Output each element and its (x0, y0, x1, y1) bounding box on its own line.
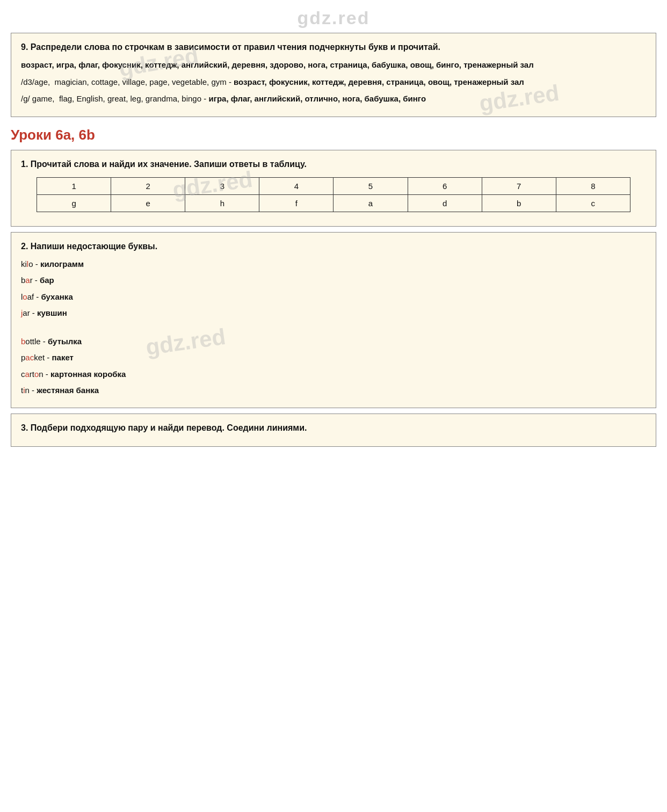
table-answer-3: h (185, 194, 259, 212)
task2-title: 2. Напиши недостающие буквы. (21, 240, 646, 253)
vocab-tin: tin - жестяная банка (21, 383, 646, 397)
section-9-line2-answers: игра, флаг, английский, отлично, нога, б… (208, 94, 426, 103)
table-answer-8: c (556, 194, 630, 212)
section-9-title: 9. Распредели слова по строчкам в зависи… (21, 41, 646, 54)
table-header-row: 1 2 3 4 5 6 7 8 (37, 177, 630, 194)
vocab-carton-trans: картонная коробка (50, 369, 126, 379)
section-9-line1: /d3/age, magician, cottage, village, pag… (21, 75, 646, 89)
task2-box: gdz.red gdz.red 2. Напиши недостающие бу… (11, 232, 656, 408)
vocab-bar: bar - бар (21, 273, 646, 287)
vocab-tin-red: i (23, 386, 25, 395)
vocab-loaf-trans: буханка (41, 292, 73, 301)
table-header-3: 3 (185, 177, 259, 194)
vocab-loaf-red: o (23, 292, 27, 301)
lesson-heading: Уроки 6а, 6b (11, 127, 656, 143)
vocab-bottle-trans: бутылка (48, 337, 82, 346)
vocab-bar-trans: бар (40, 276, 54, 285)
table-header-2: 2 (111, 177, 185, 194)
table-answer-7: b (482, 194, 556, 212)
section-9-line1-words: magician, cottage, village, page, vegeta… (55, 77, 231, 86)
table-header-6: 6 (408, 177, 482, 194)
table-header-1: 1 (37, 177, 111, 194)
vocab-bar-red: a (25, 276, 30, 285)
section-9-line2-phonetic: /g/ game, (21, 94, 55, 103)
task1-title: 1. Прочитай слова и найди их значение. З… (21, 158, 646, 171)
table-header-7: 7 (482, 177, 556, 194)
section-9-line2: /g/ game, flag, English, great, leg, gra… (21, 92, 646, 106)
table-answer-5: a (334, 194, 408, 212)
task1-table: 1 2 3 4 5 6 7 8 g e h f a d b c (37, 177, 630, 212)
vocab-bottle-red: b (21, 337, 25, 346)
vocab-carton: carton - картонная коробка (21, 367, 646, 381)
vocab-jar-trans: кувшин (37, 308, 67, 317)
table-answer-row: g e h f a d b c (37, 194, 630, 212)
vocab-packet: packet - пакет (21, 351, 646, 365)
table-answer-1: g (37, 194, 111, 212)
vocab-bottle: bottle - бутылка (21, 335, 646, 349)
task1-box: gdz.red 1. Прочитай слова и найди их зна… (11, 150, 656, 227)
task3-box: 3. Подбери подходящую пару и найди перев… (11, 414, 656, 447)
vocab-carton-red1: a (25, 369, 30, 379)
vocab-packet-trans: пакет (52, 353, 74, 362)
section-9-words: возраст, игра, флаг, фокусник, коттедж, … (21, 58, 646, 72)
vocab-kilo-trans: килограмм (40, 259, 84, 269)
vocab-tin-trans: жестяная банка (37, 386, 99, 395)
task3-title: 3. Подбери подходящую пару и найди перев… (21, 422, 646, 434)
section-9-line1-answers: возраст, фокусник, коттедж, деревня, стр… (234, 77, 524, 86)
section-9-content: возраст, игра, флаг, фокусник, коттедж, … (21, 58, 646, 106)
table-answer-4: f (259, 194, 334, 212)
vocab-kilo-red: l (27, 259, 28, 269)
section-9-line2-words: flag, English, great, leg, grandma, bing… (59, 94, 206, 103)
vocab-carton-red2: o (34, 369, 39, 379)
table-header-4: 4 (259, 177, 334, 194)
section-9-words-text: возраст, игра, флаг, фокусник, коттедж, … (21, 60, 534, 69)
table-answer-2: e (111, 194, 185, 212)
section-9-box: gdz.red 9. Распредели слова по строчкам … (11, 33, 656, 117)
vocab-kilo: kilo - килограмм (21, 257, 646, 271)
table-header-8: 8 (556, 177, 630, 194)
table-answer-6: d (408, 194, 482, 212)
vocab-jar: jar - кувшин (21, 306, 646, 320)
vocab-loaf: loaf - буханка (21, 290, 646, 304)
section-9-line1-phonetic: /d3/age, (21, 77, 50, 86)
watermark-top: gdz.red (11, 5, 656, 33)
vocab-packet-red: ac (25, 353, 34, 362)
table-header-5: 5 (334, 177, 408, 194)
vocab-jar-red: j (21, 308, 23, 317)
